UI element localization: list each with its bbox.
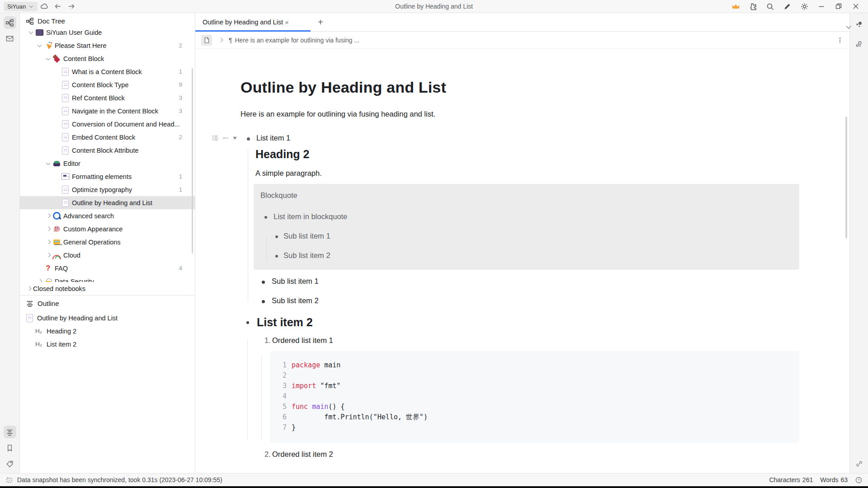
- tree-item-what-is-a-content-block[interactable]: What is a Content Block1: [20, 65, 195, 78]
- new-tab-button[interactable]: +: [318, 17, 323, 28]
- outline-item-list-item-2[interactable]: H₂ List item 2: [20, 338, 195, 351]
- tree-item-content-block[interactable]: Content Block: [20, 52, 195, 65]
- breadcrumb-doc-button[interactable]: [201, 35, 212, 46]
- left-dock: [0, 13, 20, 473]
- dock-outline-button[interactable]: [4, 426, 16, 438]
- dock-doc-tree-button[interactable]: [4, 16, 16, 29]
- code-block[interactable]: 1package main 2 3import "fmt" 4 5func ma…: [270, 351, 799, 443]
- doc-tree-icon: [26, 17, 34, 25]
- block-gutter[interactable]: [212, 134, 238, 142]
- dock-tag-button[interactable]: [4, 457, 16, 470]
- snapshot-icon: [5, 476, 13, 484]
- outline-item-doc[interactable]: Outline by Heading and List: [20, 311, 195, 324]
- tree-item-outline-by-heading-and-list[interactable]: Outline by Heading and List: [20, 196, 195, 209]
- doc-tree: SiYuan User Guide Please Start Here2 Con…: [20, 29, 195, 282]
- dock-graph-button[interactable]: [853, 19, 865, 31]
- tree-item-advanced-search[interactable]: Advanced search: [20, 209, 195, 222]
- dock-global-graph-button[interactable]: [853, 38, 865, 51]
- list-item-1[interactable]: List item 1: [241, 134, 799, 142]
- characters-counter: Characters261: [769, 476, 813, 483]
- search-button[interactable]: [762, 0, 778, 12]
- sub-list-item-1[interactable]: Sub list item 1: [241, 277, 799, 286]
- breadcrumb-item[interactable]: ¶ Here is an example for outlining via f…: [229, 37, 359, 44]
- edit-mode-button[interactable]: [779, 0, 795, 12]
- tab-outline-by-heading-and-list[interactable]: Outline by Heading and List ×: [195, 13, 311, 31]
- tree-item-conversion-of-document[interactable]: Conversion of Document and Head...: [20, 117, 195, 131]
- ordered-list-item-1[interactable]: 1. Ordered list item 1: [241, 336, 799, 345]
- collapse-triangle-icon[interactable]: [231, 135, 238, 141]
- document-area[interactable]: Outline by Heading and List Here is an e…: [195, 49, 849, 473]
- tree-item-formatting-elements[interactable]: Formatting elements1: [20, 170, 195, 183]
- marketplace-button[interactable]: [745, 0, 760, 12]
- pilcrow-icon: ¶: [229, 37, 232, 44]
- newspaper-icon: [61, 173, 70, 181]
- blockquote-sublist: Sub list item 1 Sub list item 2: [260, 232, 790, 260]
- chevron-right-icon: [44, 251, 52, 259]
- tree-item-general-operations[interactable]: General Operations: [20, 235, 195, 249]
- doc-tree-icon: [5, 19, 14, 27]
- sub-list-item-2[interactable]: Sub list item 2: [241, 296, 799, 305]
- h2-marker: H₂: [35, 328, 47, 334]
- membership-button[interactable]: [728, 0, 743, 12]
- list-item-2-heading[interactable]: List item 2: [241, 316, 799, 329]
- tree-item-custom-appearance[interactable]: Custom Appearance: [20, 222, 195, 235]
- dock-backlinks-button[interactable]: [853, 457, 865, 470]
- forward-button[interactable]: [65, 2, 78, 10]
- code-line: 2: [270, 371, 799, 381]
- tree-item-embed-content-block[interactable]: Embed Content Block2: [20, 131, 195, 144]
- ordered-list-item-2[interactable]: 2. Ordered list item 2: [241, 450, 799, 459]
- doc-intro[interactable]: Here is an example for outlining via fus…: [241, 110, 799, 118]
- back-button[interactable]: [51, 2, 65, 10]
- chevron-right-icon: [24, 284, 33, 293]
- dock-bookmark-button[interactable]: [4, 441, 16, 454]
- heading-2[interactable]: Heading 2: [255, 148, 799, 161]
- tree-item-navigate-in-the-content-block[interactable]: Navigate in the Content Block3: [20, 104, 195, 117]
- close-button[interactable]: [848, 0, 863, 12]
- list-gutter-icon[interactable]: [212, 134, 219, 142]
- words-counter: Words63: [820, 476, 848, 483]
- file-icon: [61, 199, 70, 207]
- minimize-button[interactable]: [814, 0, 829, 12]
- tree-item-optimize-typography[interactable]: Optimize typography1: [20, 183, 195, 196]
- app-menu-button[interactable]: SiYuan: [4, 2, 38, 11]
- blockquote-list-item: List item in blockquote: [260, 212, 790, 221]
- blockquote[interactable]: Blockquote List item in blockquote Sub l…: [254, 184, 799, 270]
- closed-notebooks-row[interactable]: Closed notebooks: [20, 282, 195, 295]
- puzzle-icon: [749, 2, 757, 11]
- tab-close-icon[interactable]: ×: [285, 19, 289, 26]
- graph-icon: [854, 20, 863, 29]
- restore-icon: [835, 2, 843, 10]
- editor-column: Outline by Heading and List × + ¶ Here i…: [195, 13, 849, 473]
- tree-item-editor[interactable]: Editor: [20, 157, 195, 170]
- tree-item-content-block-type[interactable]: Content Block Type9: [20, 78, 195, 91]
- palette-icon: [52, 225, 61, 233]
- tree-item-ref-content-block[interactable]: Ref Content Block3: [20, 91, 195, 104]
- simple-paragraph[interactable]: A simple paragraph.: [255, 169, 799, 178]
- tree-item-data-security[interactable]: Data Security: [20, 275, 195, 282]
- restore-button[interactable]: [831, 0, 846, 12]
- more-button[interactable]: [836, 37, 844, 44]
- breadcrumb-text: Here is an example for outlining via fus…: [235, 37, 359, 44]
- tree-item-please-start-here[interactable]: Please Start Here2: [20, 39, 195, 52]
- editor-scrollbar[interactable]: [845, 117, 847, 239]
- file-icon: [25, 314, 34, 322]
- tree-item-siyuan-user-guide[interactable]: SiYuan User Guide: [20, 29, 195, 39]
- cloud-sync-button[interactable]: [38, 2, 51, 11]
- ordered-number: 1.: [241, 336, 272, 345]
- tree-item-faq[interactable]: FAQ4: [20, 262, 195, 275]
- chevron-right-icon: [44, 238, 52, 246]
- doc-tree-scrollbar[interactable]: [192, 68, 193, 253]
- doc-title[interactable]: Outline by Heading and List: [241, 79, 799, 96]
- tree-item-content-block-attribute[interactable]: Content Block Attribute: [20, 144, 195, 157]
- dock-inbox-button[interactable]: [4, 32, 16, 45]
- list-item-gutter-icon[interactable]: [222, 134, 229, 142]
- chevron-down-icon: [44, 159, 52, 168]
- tree-item-cloud[interactable]: Cloud: [20, 249, 195, 262]
- help-button[interactable]: ?: [855, 476, 863, 484]
- theme-button[interactable]: [797, 0, 812, 12]
- arrow-left-icon: [54, 2, 62, 10]
- pencil-icon: [783, 2, 792, 11]
- chevron-down-icon: [35, 41, 44, 50]
- outline-item-heading-2[interactable]: H₂ Heading 2: [20, 324, 195, 338]
- breadcrumb: ¶ Here is an example for outlining via f…: [195, 32, 849, 49]
